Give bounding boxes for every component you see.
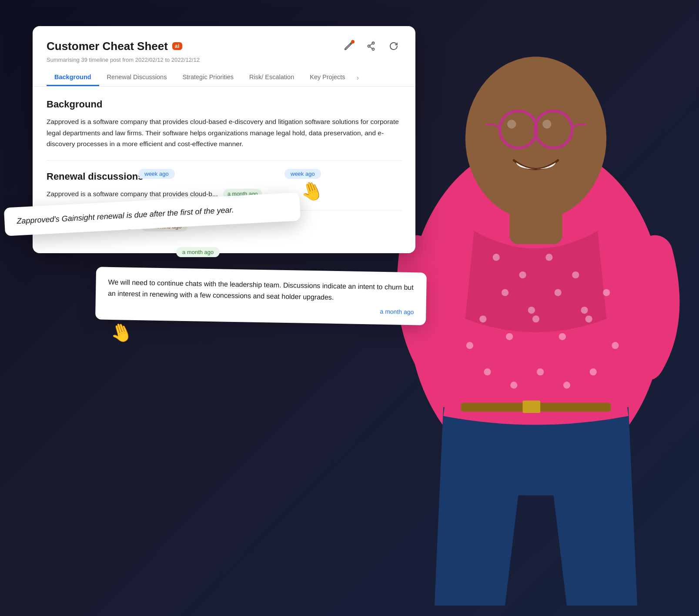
tabs-row: Background Renewal Discussions Strategic…: [47, 69, 401, 86]
svg-point-27: [542, 120, 551, 128]
svg-point-20: [510, 382, 517, 388]
section-renewal: Renewal discussions Zapproved is a softw…: [47, 171, 401, 200]
svg-point-12: [506, 333, 513, 340]
svg-point-5: [545, 254, 552, 261]
tooltip-text-2: We will need to continue chats with the …: [108, 277, 415, 304]
svg-point-21: [537, 368, 544, 375]
tab-background[interactable]: Background: [47, 69, 99, 86]
refresh-button[interactable]: [386, 38, 401, 54]
svg-point-16: [603, 289, 610, 296]
card-title-row: Customer Cheat Sheet ai: [47, 38, 401, 54]
svg-point-30: [372, 42, 375, 44]
section-background: Background Zapproved is a software compa…: [47, 99, 401, 150]
svg-point-18: [612, 342, 619, 349]
tooltip-text-1: Zapproved's Gainsight renewal is due aft…: [17, 203, 288, 226]
svg-line-33: [370, 44, 372, 46]
notif-dot: [351, 40, 355, 44]
tooltip-time: a month ago: [380, 308, 414, 315]
tab-strategic[interactable]: Strategic Priorities: [174, 69, 241, 86]
header-actions: [341, 38, 401, 54]
svg-rect-29: [523, 401, 541, 413]
hand-cursor-2: 🤚: [107, 319, 135, 347]
floating-badge-week-1: week ago: [138, 169, 175, 179]
svg-point-15: [585, 315, 592, 322]
background-title: Background: [47, 99, 401, 110]
scene: Customer Cheat Sheet ai: [0, 0, 699, 616]
svg-point-22: [563, 382, 570, 388]
svg-point-3: [493, 254, 500, 261]
floating-badge-month: a month ago: [176, 247, 220, 257]
svg-point-14: [559, 333, 566, 340]
renewal-title: Renewal discussions: [47, 171, 401, 182]
share-button[interactable]: [363, 38, 379, 54]
svg-point-6: [572, 271, 579, 278]
card-subtitle: Summarising 39 timeline post from 2022/0…: [47, 57, 401, 63]
ai-badge: ai: [172, 42, 182, 50]
svg-point-31: [368, 45, 370, 47]
svg-point-26: [507, 120, 516, 128]
tabs-chevron[interactable]: ›: [355, 70, 361, 86]
svg-line-34: [370, 47, 372, 49]
tooltip-footer: a month ago: [107, 303, 414, 315]
svg-rect-2: [509, 209, 562, 244]
tab-risk[interactable]: Risk/ Escalation: [241, 69, 302, 86]
divider-1: [47, 160, 401, 161]
tab-renewal[interactable]: Renewal Discussions: [99, 69, 175, 86]
edit-button[interactable]: [341, 38, 356, 54]
svg-point-23: [590, 368, 597, 375]
card-header: Customer Cheat Sheet ai: [33, 26, 415, 87]
svg-point-8: [528, 307, 535, 314]
svg-point-4: [519, 271, 526, 278]
svg-point-17: [466, 342, 473, 349]
svg-point-7: [502, 289, 508, 296]
svg-point-13: [532, 315, 539, 322]
title-text: Customer Cheat Sheet: [47, 40, 168, 53]
svg-point-19: [484, 368, 491, 375]
tab-projects[interactable]: Key Projects: [302, 69, 353, 86]
svg-point-10: [581, 307, 588, 314]
svg-point-11: [479, 315, 486, 322]
floating-badge-week-2: week ago: [284, 169, 321, 179]
svg-point-9: [555, 289, 562, 296]
card-title: Customer Cheat Sheet ai: [47, 40, 182, 53]
background-text: Zapproved is a software company that pro…: [47, 116, 401, 150]
svg-point-32: [372, 48, 375, 50]
tooltip-card-churn: We will need to continue chats with the …: [95, 267, 427, 325]
